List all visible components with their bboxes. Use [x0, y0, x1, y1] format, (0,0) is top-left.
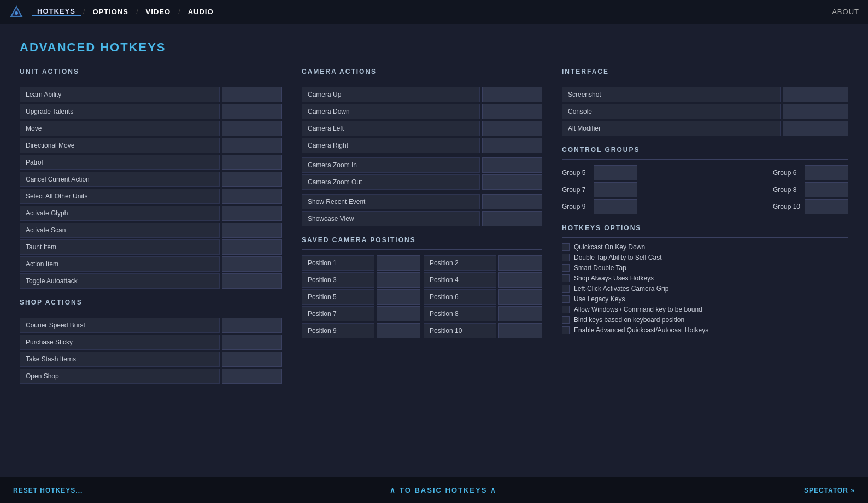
nav-about[interactable]: ABOUT [832, 8, 859, 16]
checkbox-double-tap[interactable] [562, 254, 570, 261]
input-toggle-autoattack[interactable] [222, 273, 282, 289]
checkbox-keyboard-position[interactable] [562, 316, 570, 324]
page-title: ADVANCED HOTKEYS [20, 40, 848, 55]
input-position-5[interactable] [377, 289, 420, 305]
input-activate-glyph[interactable] [222, 206, 282, 221]
input-position-4[interactable] [498, 272, 542, 288]
input-cancel-current-action[interactable] [222, 172, 282, 187]
input-courier-speed-burst[interactable] [222, 318, 282, 333]
input-group-6[interactable] [805, 165, 848, 180]
input-open-shop[interactable] [222, 369, 282, 384]
cam-pos-item-2: Position 2 [424, 255, 542, 271]
nav-video[interactable]: VIDEO [140, 8, 176, 16]
row-purchase-sticky: Purchase Sticky [20, 335, 282, 350]
input-position-8[interactable] [498, 306, 542, 321]
opt-row-camera-grip: Left-Click Activates Camera Grip [562, 285, 848, 293]
input-position-9[interactable] [377, 323, 420, 338]
input-position-1[interactable] [377, 255, 420, 271]
row-console: Console [562, 104, 848, 119]
ctrl-grp-row-3: Group 9 Group 10 [562, 199, 848, 214]
opt-row-windows-key: Allow Windows / Command key to be bound [562, 306, 848, 313]
shop-actions-divider [20, 312, 282, 312]
to-basic-hotkeys-button[interactable]: ∧ TO BASIC HOTKEYS ∧ [83, 486, 804, 494]
input-group-5[interactable] [594, 165, 637, 180]
input-take-stash-items[interactable] [222, 352, 282, 367]
input-camera-down[interactable] [482, 104, 542, 119]
input-group-8[interactable] [805, 182, 848, 197]
input-learn-ability[interactable] [222, 87, 282, 102]
input-position-7[interactable] [377, 306, 420, 321]
input-console[interactable] [783, 104, 848, 119]
input-directional-move[interactable] [222, 138, 282, 153]
checkbox-advanced-quickcast[interactable] [562, 326, 570, 334]
input-camera-up[interactable] [482, 87, 542, 102]
label-position-8: Position 8 [424, 306, 496, 321]
checkbox-quickcast[interactable] [562, 243, 570, 251]
input-upgrade-talents[interactable] [222, 104, 282, 119]
row-learn-ability: Learn Ability [20, 87, 282, 102]
cam-pos-item-1: Position 1 [302, 255, 420, 271]
input-group-9[interactable] [594, 199, 637, 214]
label-advanced-quickcast: Enable Advanced Quickcast/Autocast Hotke… [574, 326, 708, 334]
control-groups-divider [562, 159, 848, 160]
input-camera-left[interactable] [482, 121, 542, 136]
checkbox-legacy-keys[interactable] [562, 295, 570, 303]
opt-row-advanced-quickcast: Enable Advanced Quickcast/Autocast Hotke… [562, 326, 848, 334]
cam-pos-item-5: Position 5 [302, 289, 420, 305]
row-activate-scan: Activate Scan [20, 223, 282, 238]
input-showcase-view[interactable] [482, 211, 542, 226]
checkbox-camera-grip[interactable] [562, 285, 570, 293]
input-action-item[interactable] [222, 256, 282, 272]
interface-divider [562, 81, 848, 81]
input-select-all-other-units[interactable] [222, 189, 282, 204]
input-alt-modifier[interactable] [783, 121, 848, 136]
label-courier-speed-burst: Courier Speed Burst [20, 318, 220, 333]
input-group-10[interactable] [805, 199, 848, 214]
input-group-7[interactable] [594, 182, 637, 197]
cam-pos-row-4: Position 7 Position 8 [302, 306, 542, 321]
label-windows-key: Allow Windows / Command key to be bound [574, 306, 702, 313]
nav-audio[interactable]: AUDIO [183, 8, 219, 16]
label-select-all-other-units: Select All Other Units [20, 189, 220, 204]
label-upgrade-talents: Upgrade Talents [20, 104, 220, 119]
input-position-10[interactable] [498, 323, 542, 338]
input-patrol[interactable] [222, 155, 282, 170]
input-screenshot[interactable] [783, 87, 848, 102]
input-camera-zoom-out[interactable] [482, 174, 542, 190]
input-position-6[interactable] [498, 289, 542, 305]
label-purchase-sticky: Purchase Sticky [20, 335, 220, 350]
label-group-6: Group 6 [773, 169, 802, 177]
saved-camera-title: SAVED CAMERA POSITIONS [302, 236, 542, 244]
row-camera-down: Camera Down [302, 104, 542, 119]
input-show-recent-event[interactable] [482, 194, 542, 209]
checkbox-smart-double-tap[interactable] [562, 264, 570, 272]
ctrl-item-grp8: Group 8 [773, 182, 848, 197]
input-camera-right[interactable] [482, 138, 542, 153]
row-take-stash-items: Take Stash Items [20, 352, 282, 367]
row-show-recent-event: Show Recent Event [302, 194, 542, 209]
input-position-3[interactable] [377, 272, 420, 288]
input-taunt-item[interactable] [222, 239, 282, 255]
input-move[interactable] [222, 121, 282, 136]
checkbox-shop-hotkeys[interactable] [562, 274, 570, 282]
opt-row-double-tap: Double Tap Ability to Self Cast [562, 254, 848, 261]
label-action-item: Action Item [20, 256, 220, 272]
spectator-button[interactable]: SPECTATOR » [804, 487, 855, 494]
nav-hotkeys[interactable]: HOTKEYS [32, 7, 81, 16]
label-screenshot: Screenshot [562, 87, 781, 102]
row-select-all-other-units: Select All Other Units [20, 189, 282, 204]
cam-pos-item-9: Position 9 [302, 323, 420, 338]
input-position-2[interactable] [498, 255, 542, 271]
label-group-8: Group 8 [773, 186, 802, 194]
label-keyboard-position: Bind keys based on keyboard position [574, 316, 684, 324]
input-purchase-sticky[interactable] [222, 335, 282, 350]
nav-options[interactable]: OPTIONS [87, 8, 134, 16]
reset-hotkeys-button[interactable]: RESET HOTKEYS... [13, 487, 83, 494]
input-camera-zoom-in[interactable] [482, 157, 542, 173]
checkbox-windows-key[interactable] [562, 306, 570, 313]
label-alt-modifier: Alt Modifier [562, 121, 781, 136]
label-camera-right: Camera Right [302, 138, 480, 153]
input-activate-scan[interactable] [222, 223, 282, 238]
label-position-6: Position 6 [424, 289, 496, 305]
row-cancel-current-action: Cancel Current Action [20, 172, 282, 187]
